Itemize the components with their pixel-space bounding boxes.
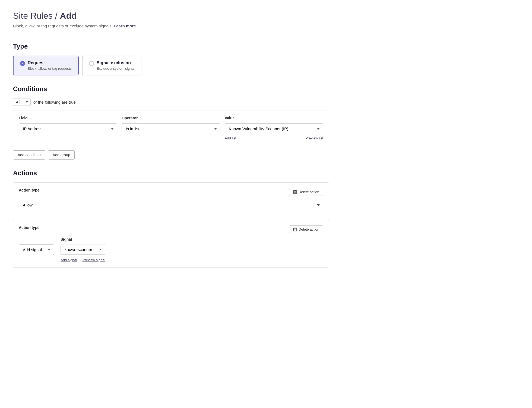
delete-icon-1: ☒ bbox=[293, 190, 297, 194]
condition-buttons: Add condition Add group bbox=[13, 150, 329, 160]
actions-heading: Actions bbox=[13, 169, 329, 177]
header-divider bbox=[13, 34, 329, 34]
field-select[interactable]: IP Address bbox=[19, 123, 117, 134]
delete-icon-2: ☒ bbox=[293, 228, 297, 231]
breadcrumb-base: Site Rules bbox=[13, 11, 53, 21]
operator-select-wrapper: Is in list bbox=[122, 123, 220, 134]
learn-more-link[interactable]: Learn more bbox=[114, 24, 136, 28]
add-condition-button[interactable]: Add condition bbox=[13, 150, 45, 160]
signal-label: Signal bbox=[61, 237, 105, 241]
conditions-header: Field Operator Value bbox=[19, 116, 323, 120]
action-type-wrapper-2: Add signal Allow Block Tag bbox=[19, 244, 54, 255]
type-heading: Type bbox=[13, 43, 329, 50]
delete-action-button-2[interactable]: ☒ Delete action bbox=[289, 225, 323, 233]
col-field-label: Field bbox=[19, 116, 117, 120]
action-type-label-1: Action type bbox=[19, 188, 39, 192]
action-card-1: Action type ☒ Delete action Allow Block … bbox=[13, 182, 329, 216]
preview-signal-link[interactable]: Preview signal bbox=[83, 258, 105, 262]
value-links: Add list Preview list bbox=[225, 136, 323, 140]
breadcrumb-current: Add bbox=[60, 11, 77, 21]
conditions-filter-label: of the following are true bbox=[33, 100, 76, 104]
add-signal-link[interactable]: Add signal bbox=[61, 258, 77, 262]
action-type-label-2: Action type bbox=[19, 225, 39, 230]
action-card-1-header: Action type ☒ Delete action bbox=[19, 188, 323, 196]
action-type-select-2[interactable]: Add signal Allow Block Tag bbox=[19, 244, 54, 255]
type-request-desc: Block, allow, or tag requests bbox=[28, 66, 72, 71]
radio-signal-exclusion bbox=[89, 61, 94, 66]
actions-section: Actions Action type ☒ Delete action Allo… bbox=[13, 169, 329, 268]
conditions-table: Field Operator Value IP Address Is in li… bbox=[13, 110, 329, 146]
action-type-select-1[interactable]: Allow Block Tag bbox=[19, 200, 323, 210]
action-type-row-2: Add signal Allow Block Tag Signal known-… bbox=[19, 237, 323, 262]
add-group-button[interactable]: Add group bbox=[48, 150, 75, 160]
add-list-link[interactable]: Add list bbox=[225, 136, 236, 140]
col-operator-label: Operator bbox=[122, 116, 220, 120]
page-title: Site Rules / Add bbox=[13, 11, 329, 21]
conditions-section: Conditions All Any of the following are … bbox=[13, 85, 329, 160]
col-value-label: Value bbox=[225, 116, 323, 120]
signal-section: Signal known-scanner sqli xss Add signal… bbox=[61, 237, 105, 262]
action-type-row-1: Allow Block Tag bbox=[19, 200, 323, 210]
conditions-filter-row: All Any of the following are true bbox=[13, 98, 329, 106]
preview-list-link[interactable]: Preview list bbox=[305, 136, 323, 140]
signal-links: Add signal Preview signal bbox=[61, 258, 105, 262]
conditions-heading: Conditions bbox=[13, 85, 329, 93]
action-card-2-header: Action type ☒ Delete action bbox=[19, 225, 323, 233]
type-signal-title: Signal exclusion bbox=[97, 60, 134, 65]
field-select-wrapper: IP Address bbox=[19, 123, 117, 134]
page-description: Block, allow, or tag requests or exclude… bbox=[13, 24, 329, 28]
action-card-2: Action type ☒ Delete action Add signal A… bbox=[13, 220, 329, 268]
type-card-signal-exclusion[interactable]: Signal exclusion Exclude a system signal bbox=[82, 56, 141, 75]
page-header: Site Rules / Add Block, allow, or tag re… bbox=[13, 11, 329, 28]
conditions-filter-select[interactable]: All Any bbox=[13, 98, 31, 106]
type-request-title: Request bbox=[28, 60, 72, 65]
operator-select[interactable]: Is in list bbox=[122, 123, 220, 134]
delete-action-button-1[interactable]: ☒ Delete action bbox=[289, 188, 323, 196]
condition-row: IP Address Is in list Known Vulnerabilit… bbox=[19, 123, 323, 140]
type-signal-desc: Exclude a system signal bbox=[97, 66, 134, 71]
value-select[interactable]: Known Vulnerability Scanner (IP) bbox=[225, 123, 323, 134]
signal-select[interactable]: known-scanner sqli xss bbox=[61, 244, 105, 255]
type-card-request[interactable]: Request Block, allow, or tag requests bbox=[13, 56, 79, 75]
radio-request bbox=[20, 61, 25, 66]
value-select-wrapper: Known Vulnerability Scanner (IP) Add lis… bbox=[225, 123, 323, 140]
type-options: Request Block, allow, or tag requests Si… bbox=[13, 56, 329, 75]
type-section: Type Request Block, allow, or tag reques… bbox=[13, 43, 329, 75]
